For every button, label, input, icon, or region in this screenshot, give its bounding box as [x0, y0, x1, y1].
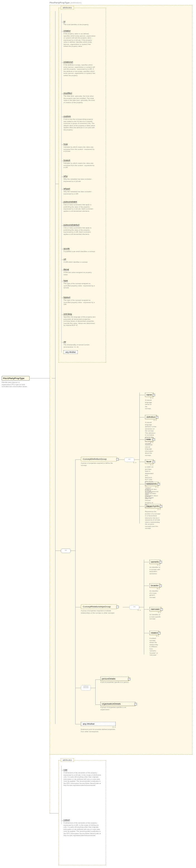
element-desc: Represents the position of a concept in … [145, 511, 161, 530]
cardinality-label: 0..∞ [138, 609, 141, 611]
attribute-row: whyuriWhy the metadata has been included… [63, 187, 101, 195]
connector-line [139, 506, 144, 506]
attribute-desc: The directionality of textual content (e… [63, 344, 95, 348]
attribute-name: modified [63, 92, 72, 95]
element-desc: A group of properties specific to an org… [101, 707, 135, 711]
attribute-desc: Why the metadata has been included - exp… [63, 178, 95, 182]
cardinality-label: 0..∞ [145, 397, 153, 399]
attribute-desc: Specifies the language of this property … [63, 316, 95, 327]
attribute-desc: A qualified code which identifies a conc… [63, 251, 95, 253]
attribute-row: dirThe directionality of textual content… [63, 341, 101, 348]
element-wrapper: hierarchyInfo+0..∞Represents the positio… [145, 504, 161, 530]
cardinality-label: 0..∞ [149, 564, 160, 566]
attribute-desc: If the property value is not defined, sp… [63, 33, 95, 48]
connector-line [139, 484, 144, 484]
root-type-desc: Flexible party (person or organisation) … [2, 381, 30, 388]
tree-line [61, 270, 64, 270]
attribute-row: qcodeA qualified code which identifies a… [63, 247, 101, 253]
expand-icon: − [116, 458, 119, 461]
attribute-row: idThe local identifier of the property. [63, 20, 101, 26]
attribute-row: whyWhy the metadata has been included - … [63, 175, 101, 182]
expand-icon: + [134, 703, 137, 705]
cardinality-label: 0..∞ [145, 486, 158, 488]
attribute-row: howuriIndicates by which means the value… [63, 159, 101, 169]
attribute-name: how [63, 143, 68, 146]
element-definition: definition+ [145, 415, 157, 419]
attribute-desc: The type of the concept assigned as cont… [63, 299, 95, 306]
attribute-desc: One or many constraints that apply to pu… [63, 227, 95, 235]
tree-line [61, 177, 64, 177]
expand-icon: + [152, 461, 155, 463]
cardinality-label: 0..∞ [81, 726, 116, 728]
element-desc: Extension point for provider-defined pro… [81, 728, 116, 733]
attribute-desc: A refinement of the semantics of the pro… [63, 772, 101, 787]
expand-icon: + [158, 632, 161, 634]
attribute-desc: Indicates by which means the value was e… [63, 162, 95, 169]
attribute-desc: The local identifier of the property. [63, 24, 95, 26]
element-person-details: personDetails + [101, 677, 129, 681]
attribute-desc: If set to true the corresponding propert… [63, 118, 95, 131]
tree-line [61, 298, 64, 298]
sequence-connector: ••• [124, 458, 134, 462]
attribute-name: custom [63, 115, 71, 118]
element-related: related+ [149, 631, 159, 635]
element-desc: Additional natural language information … [145, 444, 153, 457]
tree-line [61, 820, 64, 821]
element-broader: broader+ [149, 583, 160, 588]
element-wrapper: name+0..∞A natural language name for the… [145, 393, 153, 410]
connector-line [30, 378, 50, 378]
cardinality-label: 0..∞ [145, 508, 161, 510]
expand-icon: + [160, 505, 162, 508]
attribute-name: why [63, 175, 67, 178]
tree-line [61, 117, 64, 117]
any-element: any ##other [81, 722, 116, 726]
element-desc: An identifier of a more generic concept. [149, 590, 160, 598]
attribute-row: pubconstraintOne or many constraints tha… [63, 200, 101, 212]
connector-line [95, 705, 101, 705]
attribute-name: creatoruri [63, 61, 73, 63]
element-sameas: sameAs+ [149, 560, 160, 564]
attribute-row: creatorIf the property value is not defi… [63, 30, 101, 48]
attribute-desc: Why the metadata has been included - exp… [63, 191, 95, 195]
element-desc: A set of properties specific to a person [101, 681, 129, 684]
tree-line [61, 62, 64, 63]
tree-line [61, 202, 64, 203]
attribute-name: type [63, 279, 68, 282]
expand-icon: + [152, 438, 155, 441]
cardinality-label: 0..∞ [149, 588, 160, 590]
attribute-desc: Indicates by which means the value was e… [63, 146, 95, 153]
attribute-name: creator [63, 30, 71, 32]
tree-line [61, 94, 64, 94]
group-desc: A group of properties required to define… [81, 462, 117, 466]
attribute-name: id [63, 20, 65, 23]
element-desc: An identifier of a more specific concept… [149, 614, 161, 620]
attribute-desc: A URI which identifies a concept. [63, 261, 95, 264]
attribute-row: typeThe type of the concept assigned as … [63, 279, 101, 289]
cardinality-label: 0..∞ [145, 464, 153, 466]
attribute-row: modifiedThe date (and, optionally, the t… [63, 92, 101, 103]
attribute-row: typeuriThe type of the concept assigned … [63, 296, 101, 306]
attribute-name: role [63, 769, 67, 771]
root-type-box: Flex1PartyPropType [2, 376, 30, 381]
connector-line [52, 378, 55, 378]
attribute-name: whyuri [63, 187, 70, 190]
tree-line [61, 770, 64, 771]
element-note: note+ [145, 437, 153, 441]
attribute-row: literalA free-text value assigned as pro… [63, 268, 101, 276]
attribute-desc: The type of the concept assigned as cont… [63, 283, 95, 289]
attribute-row: roleuriA refinement of the semantics of … [63, 819, 101, 837]
tree-line [61, 13, 62, 352]
connector-line [55, 184, 59, 184]
tree-line [61, 189, 64, 189]
connector-line [50, 378, 50, 813]
group-concept-definition: ConceptDefinitionGroup − [81, 457, 117, 461]
connector-line [75, 724, 81, 724]
tree-line [61, 314, 64, 315]
attribute-name: uri [63, 258, 66, 261]
connector-line [139, 395, 144, 395]
connector-line [144, 586, 149, 586]
attribute-desc: A free-text value assigned as property v… [63, 272, 95, 276]
connector-line [144, 560, 144, 654]
expand-icon: + [160, 608, 163, 611]
sequence-connector: ••• [129, 605, 139, 610]
